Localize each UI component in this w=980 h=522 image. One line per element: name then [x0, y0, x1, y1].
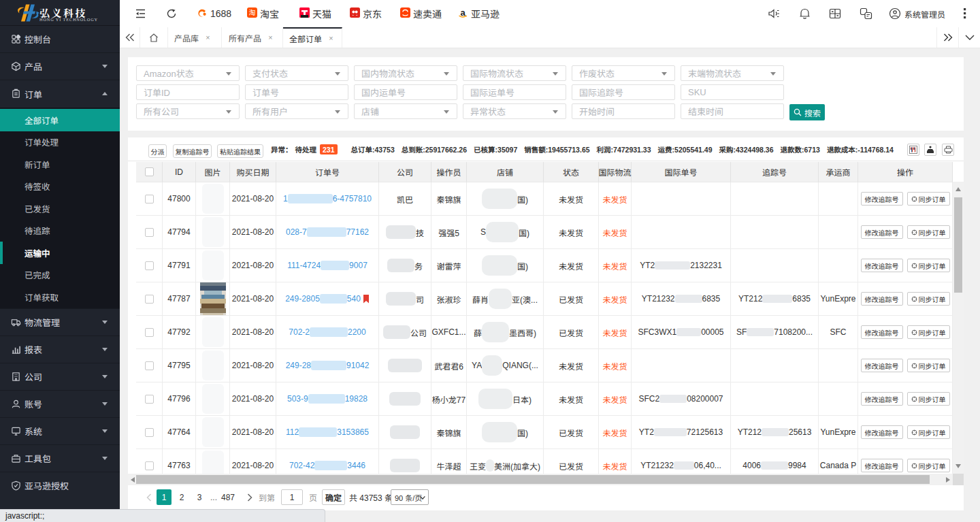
- svg-text:淘: 淘: [249, 7, 256, 17]
- svg-text:a: a: [460, 7, 466, 18]
